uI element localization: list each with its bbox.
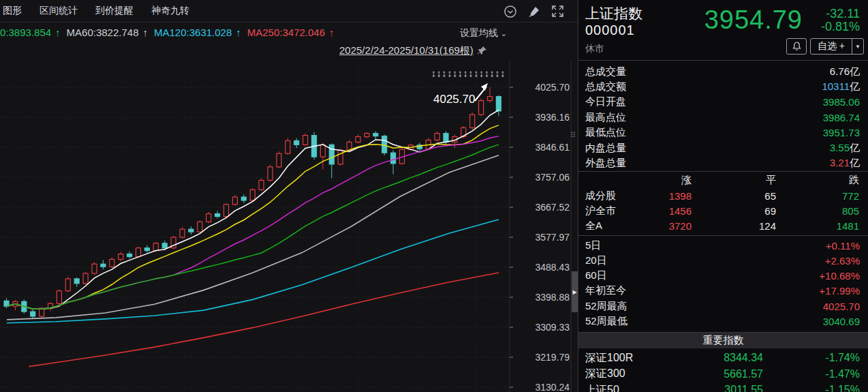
range-statistics-label[interactable]: 2025/2/24-2025/10/31(169根): [339, 44, 487, 57]
period-row-60d: 60日+10.68%: [585, 269, 860, 284]
period-row-20d: 20日+2.63%: [585, 253, 860, 268]
y-axis-label: 3667.52: [535, 202, 570, 213]
stat-value: 3.55: [830, 142, 850, 153]
y-axis-label: 3757.06: [535, 172, 570, 183]
ma-settings-dropdown[interactable]: 设置均线 ⌄: [460, 27, 507, 40]
y-axis-label: 3398.88: [535, 292, 570, 303]
change-value: -32.11: [821, 7, 860, 20]
chevron-down-icon: ⌄: [501, 29, 507, 37]
adv-row-constituents: 成分股 1398 65 772: [585, 188, 860, 203]
stat-row-volume: 总成交量6.76亿: [585, 64, 860, 79]
nine-turn-marker: ↨: [469, 68, 474, 78]
bell-icon: [792, 42, 801, 51]
stat-value: 6.76: [830, 65, 850, 77]
add-watchlist-button[interactable]: 自选 + ▼: [810, 38, 864, 55]
index-row-sse50[interactable]: 上证50 3011.55 -1.15%: [585, 382, 860, 392]
index-info-panel: 上证指数 000001 休市 3954.79 -32.11 -0.81% 自选 …: [578, 0, 868, 392]
period-row-5d: 5日+0.11%: [585, 238, 860, 253]
period-value: 4025.70: [823, 301, 860, 312]
alert-bell-button[interactable]: [786, 38, 807, 55]
nine-turn-marker: ↨: [479, 68, 484, 78]
nine-turn-marker: ↨: [495, 68, 500, 78]
y-axis-label: 3488.43: [535, 262, 570, 273]
stat-row-open: 今日开盘3985.06: [585, 95, 860, 110]
ma-line-ma30: [7, 145, 499, 309]
ma120-label: MA120:3631.028: [154, 27, 232, 38]
period-row-52w-low: 52周最低3040.69: [585, 314, 860, 329]
add-watchlist-label: 自选 +: [811, 39, 852, 54]
ma-line-ma5: [7, 110, 499, 309]
tab-graph[interactable]: 图形: [3, 5, 22, 17]
nine-turn-marker: ↨: [500, 68, 505, 78]
y-axis-label: 3309.33: [535, 322, 570, 333]
period-value: +2.63%: [825, 255, 860, 267]
candlestick-chart[interactable]: ↨↨↨↨↨↨↨↨↨↨↨↨↨↨4025.70: [0, 0, 578, 392]
chart-module: 图形 区间统计 到价提醒 神奇九转 0:3893.854↑ MA60:3822.…: [0, 0, 578, 392]
nine-turn-marker: ↨: [437, 68, 441, 78]
adv-row-shanghai-market: 沪全市 1456 69 805: [585, 203, 860, 218]
nine-turn-marker: ↨: [458, 68, 463, 78]
brush-icon[interactable]: [528, 5, 540, 18]
y-axis-label: 3219.79: [535, 352, 570, 363]
panel-collapse-handle[interactable]: ▶: [572, 271, 578, 312]
period-value: +0.11%: [826, 240, 860, 252]
advance-decline-table: 涨 平 跌 成分股 1398 65 772 沪全市 1456 69 805 全A…: [578, 171, 868, 235]
stat-row-low: 最低点位3951.73: [585, 125, 860, 140]
stock-app-window: 图形 区间统计 到价提醒 神奇九转 0:3893.854↑ MA60:3822.…: [0, 0, 868, 392]
index-header: 上证指数 000001 休市 3954.79 -32.11 -0.81% 自选 …: [578, 0, 868, 61]
important-indices-title: 重要指数: [578, 332, 868, 348]
nine-turn-marker: ↨: [490, 68, 495, 78]
period-value: +17.99%: [819, 285, 860, 297]
ma-line-ma10: [7, 125, 499, 310]
y-axis-label: 3936.16: [535, 112, 570, 123]
nine-turn-marker: ↨: [474, 68, 478, 78]
stat-row-high: 最高点位3986.74: [585, 110, 860, 125]
index-change: -32.11 -0.81%: [821, 7, 860, 33]
index-name: 上证指数: [585, 4, 642, 23]
period-row-ytd: 年初至今+17.99%: [585, 284, 860, 299]
ma-legend: 0:3893.854↑ MA60:3822.748↑ MA120:3631.02…: [0, 25, 335, 39]
stat-value: 3986.74: [823, 112, 860, 123]
ma-line-ma20: [7, 136, 499, 309]
ma120-trend-arrow: ↑: [236, 27, 241, 38]
ma60-trend-arrow: ↑: [143, 27, 149, 38]
y-axis-label: 3577.97: [535, 232, 570, 243]
fullscreen-icon[interactable]: [551, 5, 564, 18]
pin-icon[interactable]: [477, 46, 487, 56]
period-row-52w-high: 52周最高4025.70: [585, 299, 860, 314]
index-row-sz100r[interactable]: 深证100R 8344.34 -1.74%: [585, 350, 860, 367]
adv-header-row: 涨 平 跌: [585, 173, 860, 188]
period-value: +10.68%: [819, 270, 860, 282]
stat-row-inner-volume: 内盘总量3.55亿: [585, 140, 860, 155]
ma250-label: MA250:3472.046: [247, 27, 325, 38]
nine-turn-marker: ↨: [463, 68, 468, 78]
chart-toolbar-icons: [503, 0, 564, 22]
nine-turn-marker: ↨: [484, 68, 489, 78]
important-indices-section: 深证100R 8344.34 -1.74% 深证300 5661.57 -1.4…: [578, 348, 868, 392]
watchlist-caret-icon[interactable]: ▼: [852, 39, 863, 54]
nine-turn-marker: ↨: [442, 68, 447, 78]
stat-row-outer-volume: 外盘总量3.21亿: [585, 155, 860, 170]
adv-row-all-a: 全A 3720 124 1481: [585, 219, 860, 234]
y-axis-label: 3846.61: [535, 142, 570, 153]
period-performance-section: 5日+0.11% 20日+2.63% 60日+10.68% 年初至今+17.99…: [578, 235, 868, 329]
index-code: 000001: [585, 22, 635, 38]
y-axis-label: 4025.70: [535, 82, 570, 93]
stat-value: 3985.06: [823, 96, 860, 108]
index-row-sz300[interactable]: 深证300 5661.57 -1.47%: [585, 366, 860, 382]
stats-section: 总成交量6.76亿 总成交额10311亿 今日开盘3985.06 最高点位398…: [578, 61, 868, 171]
chart-tabbar: 图形 区间统计 到价提醒 神奇九转: [0, 0, 578, 22]
tab-price-alert[interactable]: 到价提醒: [95, 5, 134, 17]
collapse-circle-icon[interactable]: [503, 5, 517, 18]
index-price: 3954.79: [704, 5, 803, 35]
ma30-label: 0:3893.854: [0, 27, 51, 38]
divider-grip-icon[interactable]: ⠿: [570, 132, 576, 138]
tab-range-stats[interactable]: 区间统计: [40, 5, 78, 17]
nine-turn-marker: ↨: [431, 68, 436, 78]
ma30-trend-arrow: ↑: [55, 27, 61, 38]
nine-turn-marker: ↨: [447, 68, 452, 78]
tab-magic-nine[interactable]: 神奇九转: [151, 5, 189, 17]
ma250-trend-arrow: ↑: [329, 27, 335, 38]
peak-annotation: 4025.70: [433, 93, 475, 106]
stat-value: 3951.73: [823, 127, 860, 138]
